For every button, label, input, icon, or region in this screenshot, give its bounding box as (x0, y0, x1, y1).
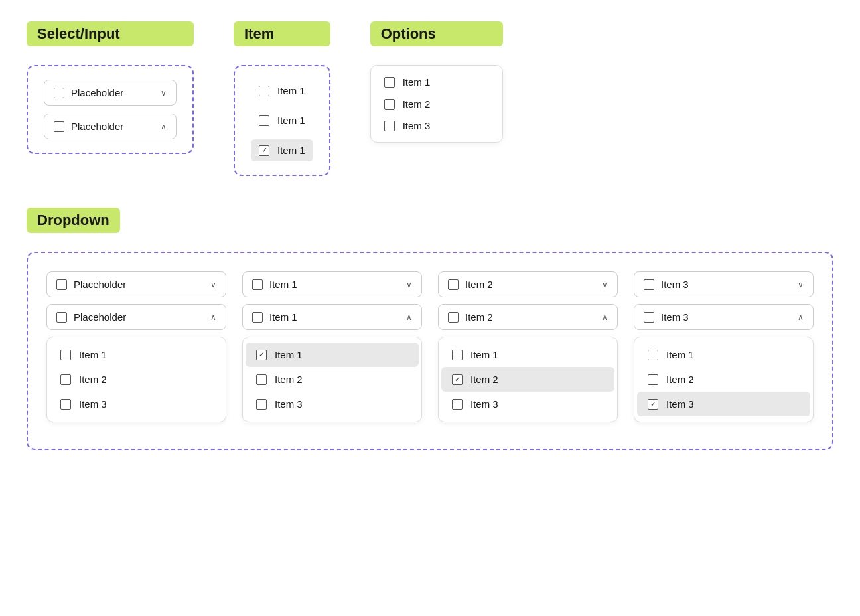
dd1-option-2[interactable]: Item 2 (50, 367, 223, 392)
checkbox-unchecked (54, 88, 64, 98)
dropdown-col-2: Item 1 ∨ Item 1 ∧ ✓ Item 1 Item 2 (242, 271, 422, 422)
dd4-option-2[interactable]: Item 2 (637, 367, 810, 392)
dd4-opt2-text: Item 2 (666, 374, 694, 385)
option-checkbox-3 (384, 121, 395, 131)
item-label: Item (234, 21, 330, 46)
dropdown-select-open-3[interactable]: Item 2 ∧ (438, 304, 618, 330)
dd2-option-2[interactable]: Item 2 (246, 367, 419, 392)
dd3-option-1[interactable]: Item 1 (441, 343, 614, 367)
dd1-text-closed: Placeholder (74, 279, 126, 290)
dropdown-options-2: ✓ Item 1 Item 2 Item 3 (242, 337, 422, 422)
select-row-open[interactable]: Placeholder ∧ (44, 114, 177, 139)
dropdown-dashed-box: Placeholder ∨ Placeholder ∧ Item 1 Item (27, 252, 833, 450)
dd2-option-1[interactable]: ✓ Item 1 (246, 343, 419, 367)
item-text-3: Item 1 (277, 145, 305, 156)
option-checkbox-2 (384, 99, 395, 110)
option-row-2[interactable]: Item 2 (384, 98, 489, 110)
dropdown-select-closed-3[interactable]: Item 2 ∨ (438, 271, 618, 297)
item-checkbox-1 (259, 86, 269, 96)
dd4-text-closed: Item 3 (661, 279, 689, 290)
dd1-option-3[interactable]: Item 3 (50, 392, 223, 416)
item-checkbox-3: ✓ (259, 145, 269, 156)
select-input-box: Placeholder ∨ Placeholder ∧ (27, 65, 194, 154)
dd4-opt3-text: Item 3 (666, 398, 694, 410)
chevron-down-icon: ∨ (161, 88, 167, 98)
item-row-2[interactable]: Item 1 (251, 110, 313, 131)
dd1-opt3-text: Item 3 (79, 398, 107, 410)
dd4-opt3-checkbox: ✓ (648, 399, 658, 410)
dd1-option-1[interactable]: Item 1 (50, 343, 223, 367)
dd4-option-3[interactable]: ✓ Item 3 (637, 392, 810, 416)
dd4-opt1-checkbox (648, 350, 658, 360)
dd2-checkbox-closed (252, 279, 263, 290)
dd2-checkbox-open (252, 312, 263, 323)
select-input-section: Select/Input Placeholder ∨ Placeholder ∧ (27, 21, 194, 154)
dd2-option-3[interactable]: Item 3 (246, 392, 419, 416)
item-row-3[interactable]: ✓ Item 1 (251, 139, 313, 161)
dd2-opt3-checkbox (256, 399, 267, 410)
dropdown-label: Dropdown (27, 208, 120, 233)
dd1-opt3-checkbox (60, 399, 71, 410)
dd1-opt2-checkbox (60, 374, 71, 385)
dd2-text-open: Item 1 (269, 311, 297, 323)
dd2-opt2-text: Item 2 (275, 374, 303, 385)
dd1-opt2-text: Item 2 (79, 374, 107, 385)
option-text-2: Item 2 (403, 98, 431, 110)
dd2-chevron-down: ∨ (406, 280, 412, 289)
dd3-option-2[interactable]: ✓ Item 2 (441, 367, 614, 392)
dropdown-col-4: Item 3 ∨ Item 3 ∧ Item 1 Item 2 (634, 271, 814, 422)
dd1-text-open: Placeholder (74, 311, 126, 323)
dropdown-select-closed-2[interactable]: Item 1 ∨ (242, 271, 422, 297)
dd3-opt2-text: Item 2 (470, 374, 498, 385)
item-section: Item Item 1 Item 1 ✓ Item 1 (234, 21, 330, 176)
dd3-opt2-checkbox: ✓ (452, 374, 463, 385)
dropdown-options-3: Item 1 ✓ Item 2 Item 3 (438, 337, 618, 422)
dd1-checkbox-closed (56, 279, 67, 290)
dd1-opt1-text: Item 1 (79, 349, 107, 360)
option-text-3: Item 3 (403, 120, 431, 131)
dd2-opt1-checkbox: ✓ (256, 350, 267, 360)
dd2-chevron-up: ∧ (406, 313, 412, 322)
dd1-chevron-down: ∨ (210, 280, 216, 289)
options-label: Options (370, 21, 503, 46)
option-row-3[interactable]: Item 3 (384, 120, 489, 131)
dropdown-select-closed-1[interactable]: Placeholder ∨ (46, 271, 226, 297)
dd1-opt1-checkbox (60, 350, 71, 360)
dd3-checkbox-open (448, 312, 459, 323)
dd4-opt2-checkbox (648, 374, 658, 385)
dd3-opt3-checkbox (452, 399, 463, 410)
dropdown-col-3: Item 2 ∨ Item 2 ∧ Item 1 ✓ Item 2 (438, 271, 618, 422)
dd3-opt1-checkbox (452, 350, 463, 360)
dd3-option-3[interactable]: Item 3 (441, 392, 614, 416)
checkbox-unchecked-2 (54, 121, 64, 132)
dd2-opt3-text: Item 3 (275, 398, 303, 410)
dropdown-select-closed-4[interactable]: Item 3 ∨ (634, 271, 814, 297)
dropdown-options-4: Item 1 Item 2 ✓ Item 3 (634, 337, 814, 422)
dd2-opt1-text: Item 1 (275, 349, 303, 360)
dd1-checkbox-open (56, 312, 67, 323)
dropdown-select-open-2[interactable]: Item 1 ∧ (242, 304, 422, 330)
options-panel: Item 1 Item 2 Item 3 (370, 65, 503, 143)
dropdown-select-open-1[interactable]: Placeholder ∧ (46, 304, 226, 330)
item-text-2: Item 1 (277, 115, 305, 126)
dd4-text-open: Item 3 (661, 311, 689, 323)
item-text-1: Item 1 (277, 85, 305, 96)
item-row-1[interactable]: Item 1 (251, 80, 313, 102)
dd3-opt3-text: Item 3 (470, 398, 498, 410)
dropdown-select-open-4[interactable]: Item 3 ∧ (634, 304, 814, 330)
chevron-up-icon: ∧ (161, 122, 167, 131)
dd4-checkbox-open (644, 312, 654, 323)
dd3-chevron-down: ∨ (602, 280, 608, 289)
dd3-text-closed: Item 2 (465, 279, 493, 290)
select-row-closed[interactable]: Placeholder ∨ (44, 80, 177, 106)
dd4-opt1-text: Item 1 (666, 349, 694, 360)
select-placeholder-2: Placeholder (71, 121, 123, 132)
option-row-1[interactable]: Item 1 (384, 76, 489, 88)
dd4-chevron-up: ∧ (798, 313, 804, 322)
dd2-opt2-checkbox (256, 374, 267, 385)
dd4-option-1[interactable]: Item 1 (637, 343, 810, 367)
option-checkbox-1 (384, 77, 395, 88)
dropdown-options-1: Item 1 Item 2 Item 3 (46, 337, 226, 422)
select-input-label: Select/Input (27, 21, 194, 46)
dd4-chevron-down: ∨ (798, 280, 804, 289)
